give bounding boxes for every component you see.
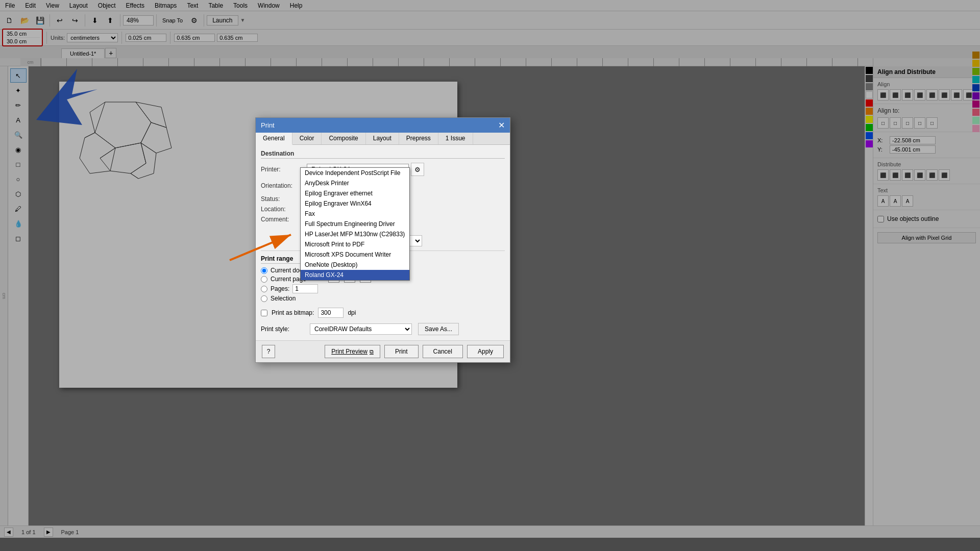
printer-settings-button[interactable]: ⚙ bbox=[411, 163, 424, 176]
dropdown-item-9[interactable]: OneNote (Desktop) bbox=[301, 260, 409, 270]
dpi-input[interactable] bbox=[318, 308, 344, 318]
print-preview-button[interactable]: Print Preview ⧉ bbox=[325, 345, 380, 358]
print-button[interactable]: Print bbox=[384, 345, 419, 358]
dropdown-item-2[interactable]: Epilog Engraver ethernet bbox=[301, 188, 409, 198]
selection-row: Selection bbox=[261, 295, 318, 302]
current-page-radio[interactable] bbox=[261, 276, 267, 283]
dropdown-item-7[interactable]: Microsoft Print to PDF bbox=[301, 239, 409, 249]
printer-dropdown: Device Independent PostScript File AnyDe… bbox=[300, 167, 410, 281]
dialog-overlay: Print ✕ General Color Composite Layout P… bbox=[0, 0, 980, 551]
print-bitmap-checkbox[interactable] bbox=[261, 310, 267, 316]
dialog-tabs: General Color Composite Layout Prepress … bbox=[256, 133, 510, 145]
destination-label: Destination bbox=[261, 150, 505, 159]
print-preview-icon: ⧉ bbox=[370, 348, 374, 355]
print-bitmap-row: Print as bitmap: dpi bbox=[261, 308, 505, 318]
dropdown-item-8[interactable]: Microsoft XPS Document Writer bbox=[301, 249, 409, 260]
dialog-footer: ? Print Preview ⧉ Print Cancel Apply bbox=[256, 340, 510, 362]
pages-label: Pages: bbox=[271, 285, 289, 292]
tab-composite[interactable]: Composite bbox=[322, 133, 365, 144]
print-bitmap-label: Print as bitmap: bbox=[272, 309, 314, 316]
dropdown-item-0[interactable]: Device Independent PostScript File bbox=[301, 168, 409, 178]
pages-input[interactable] bbox=[292, 284, 318, 293]
dropdown-item-5[interactable]: Full Spectrum Engineering Driver bbox=[301, 219, 409, 229]
dialog-titlebar: Print ✕ bbox=[256, 118, 510, 133]
tab-color[interactable]: Color bbox=[292, 133, 322, 144]
tab-prepress[interactable]: Prepress bbox=[399, 133, 438, 144]
dropdown-item-6[interactable]: HP LaserJet MFP M130nw (C29833) bbox=[301, 229, 409, 239]
save-as-button[interactable]: Save As... bbox=[418, 323, 459, 335]
dropdown-item-10[interactable]: Roland GX-24 bbox=[301, 270, 409, 280]
orange-arrow-annotation bbox=[219, 219, 311, 270]
dropdown-item-1[interactable]: AnyDesk Printer bbox=[301, 178, 409, 188]
apply-button[interactable]: Apply bbox=[467, 345, 504, 358]
dialog-title: Print bbox=[261, 121, 275, 129]
dropdown-item-4[interactable]: Fax bbox=[301, 209, 409, 219]
tab-1issue[interactable]: 1 Issue bbox=[438, 133, 473, 144]
tab-layout[interactable]: Layout bbox=[366, 133, 399, 144]
svg-line-12 bbox=[230, 235, 291, 260]
tab-general[interactable]: General bbox=[256, 133, 292, 145]
dialog-close-button[interactable]: ✕ bbox=[498, 120, 505, 130]
help-button[interactable]: ? bbox=[262, 345, 275, 358]
cancel-button[interactable]: Cancel bbox=[423, 345, 463, 358]
dpi-label: dpi bbox=[348, 309, 356, 316]
selection-label: Selection bbox=[271, 295, 296, 302]
pages-row: Pages: bbox=[261, 284, 318, 293]
print-style-select[interactable]: CorelDRAW Defaults bbox=[310, 323, 412, 335]
print-style-label: Print style: bbox=[261, 325, 307, 333]
selection-radio[interactable] bbox=[261, 295, 267, 302]
print-style-row: Print style: CorelDRAW Defaults Save As.… bbox=[261, 323, 505, 335]
pages-radio[interactable] bbox=[261, 286, 267, 292]
print-preview-label: Print Preview bbox=[331, 348, 368, 355]
dropdown-item-3[interactable]: Epilog Engraver WinX64 bbox=[301, 198, 409, 209]
